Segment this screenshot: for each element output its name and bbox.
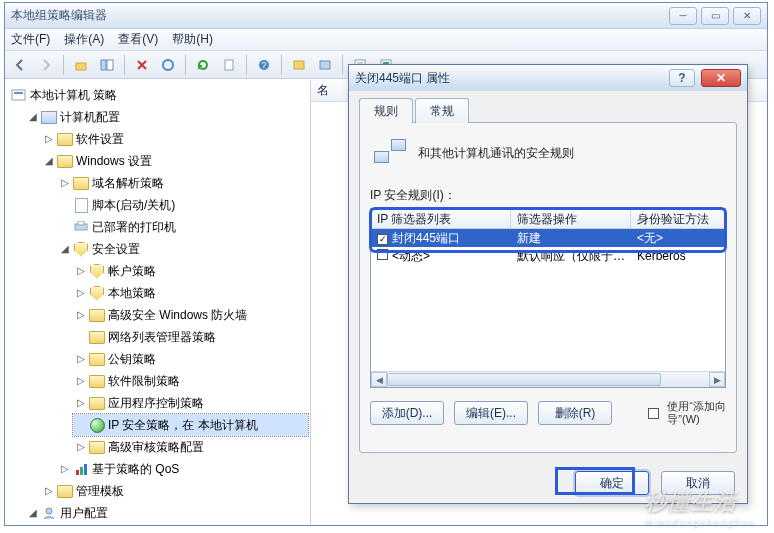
tree-label: 管理模板 — [76, 481, 124, 501]
tab-general[interactable]: 常规 — [415, 98, 469, 123]
expand-icon[interactable]: ▷ — [75, 442, 86, 453]
tree-label: IP 安全策略，在 本地计算机 — [108, 415, 258, 435]
properties-button[interactable] — [157, 54, 179, 76]
action-button-1[interactable] — [288, 54, 310, 76]
use-wizard-label: 使用“添加向 — [667, 400, 726, 413]
expand-icon[interactable]: ▷ — [59, 178, 70, 189]
expand-icon[interactable]: ▷ — [75, 376, 86, 387]
export-button[interactable] — [218, 54, 240, 76]
expand-icon[interactable]: ▷ — [75, 354, 86, 365]
menu-action[interactable]: 操作(A) — [64, 31, 104, 48]
expand-icon[interactable]: ▷ — [75, 310, 86, 321]
rules-row[interactable]: 封闭445端口 新建 <无> — [371, 229, 725, 247]
edit-button[interactable]: 编辑(E)... — [454, 401, 528, 425]
expand-icon[interactable]: ▷ — [59, 464, 70, 475]
tree-public-key[interactable]: ▷公钥策略 — [73, 348, 308, 370]
nav-back-button[interactable] — [9, 54, 31, 76]
col-filter-list[interactable]: IP 筛选器列表 — [371, 209, 511, 228]
menu-file[interactable]: 文件(F) — [11, 31, 50, 48]
tree-pane[interactable]: 本地计算机 策略 ◢ 计算机配置 ▷ 软件设置 — [5, 80, 311, 525]
folder-icon — [89, 308, 105, 322]
tree-windows-settings[interactable]: ◢ Windows 设置 — [41, 150, 308, 172]
close-button[interactable]: ✕ — [733, 7, 761, 25]
expand-icon[interactable]: ▷ — [43, 134, 54, 145]
delete-button[interactable] — [131, 54, 153, 76]
rules-listbox[interactable]: IP 筛选器列表 筛选器操作 身份验证方法 封闭445端口 新建 <无> <动态… — [370, 208, 726, 388]
add-button[interactable]: 添加(D)... — [370, 401, 444, 425]
col-filter-action[interactable]: 筛选器操作 — [511, 209, 631, 228]
tree-ip-security[interactable]: IP 安全策略，在 本地计算机 — [73, 414, 308, 436]
tree-label: Windows 设置 — [76, 151, 152, 171]
tree-account-policies[interactable]: ▷帐户策略 — [73, 260, 308, 282]
rules-list-header: IP 筛选器列表 筛选器操作 身份验证方法 — [371, 209, 725, 229]
refresh-button[interactable] — [192, 54, 214, 76]
tree-computer-config[interactable]: ◢ 计算机配置 — [25, 106, 308, 128]
tree-admin-templates[interactable]: ▷管理模板 — [41, 480, 308, 502]
show-hide-tree-button[interactable] — [96, 54, 118, 76]
dialog-help-button[interactable]: ? — [669, 69, 695, 87]
remove-button[interactable]: 删除(R) — [538, 401, 612, 425]
row-checkbox[interactable] — [377, 234, 388, 245]
tree-policy-qos[interactable]: ▷基于策略的 QoS — [57, 458, 308, 480]
tree-name-resolution[interactable]: ▷域名解析策略 — [57, 172, 308, 194]
tree-advanced-audit[interactable]: ▷高级审核策略配置 — [73, 436, 308, 458]
row-checkbox[interactable] — [377, 249, 388, 260]
rules-row[interactable]: <动态> 默认响应（仅限于… Kerberos — [371, 247, 725, 265]
scroll-thumb[interactable] — [387, 373, 661, 386]
cancel-button[interactable]: 取消 — [661, 471, 735, 495]
main-titlebar: 本地组策略编辑器 ─ ▭ ✕ — [5, 3, 767, 29]
tree-network-list-mgr[interactable]: 网络列表管理器策略 — [73, 326, 308, 348]
tree-user-software[interactable]: ▷软件设置 — [41, 524, 308, 525]
qos-icon — [73, 462, 89, 476]
menu-view[interactable]: 查看(V) — [118, 31, 158, 48]
tree-deployed-printers[interactable]: 已部署的打印机 — [57, 216, 308, 238]
tree-local-policies[interactable]: ▷本地策略 — [73, 282, 308, 304]
ok-button[interactable]: 确定 — [575, 471, 649, 495]
tree-root[interactable]: 本地计算机 策略 — [9, 84, 308, 106]
collapse-icon[interactable]: ◢ — [27, 112, 38, 123]
action-button-2[interactable] — [314, 54, 336, 76]
nav-forward-button[interactable] — [35, 54, 57, 76]
horizontal-scrollbar[interactable]: ◀ ▶ — [371, 371, 725, 387]
dialog-close-button[interactable]: ✕ — [701, 69, 741, 87]
tree-label: 应用程序控制策略 — [108, 393, 204, 413]
expand-icon[interactable]: ▷ — [75, 288, 86, 299]
computer-icon — [41, 110, 57, 124]
tab-rules[interactable]: 规则 — [359, 98, 413, 123]
tree-label: 网络列表管理器策略 — [108, 327, 216, 347]
collapse-icon[interactable]: ◢ — [43, 156, 54, 167]
scroll-left-icon[interactable]: ◀ — [371, 372, 387, 387]
help-button[interactable]: ? — [253, 54, 275, 76]
up-level-button[interactable] — [70, 54, 92, 76]
use-wizard-checkbox[interactable] — [648, 408, 659, 419]
tree-label: 脚本(启动/关机) — [92, 195, 175, 215]
tree-label: 帐户策略 — [108, 261, 156, 281]
tree-software-restrict[interactable]: ▷软件限制策略 — [73, 370, 308, 392]
minimize-button[interactable]: ─ — [669, 7, 697, 25]
dialog-tabs: 规则 常规 — [359, 99, 737, 123]
folder-icon — [89, 374, 105, 388]
expand-icon[interactable]: ▷ — [75, 398, 86, 409]
scroll-right-icon[interactable]: ▶ — [709, 372, 725, 387]
menu-help[interactable]: 帮助(H) — [172, 31, 213, 48]
maximize-button[interactable]: ▭ — [701, 7, 729, 25]
expand-icon[interactable]: ▷ — [43, 486, 54, 497]
folder-icon — [89, 396, 105, 410]
collapse-icon[interactable]: ◢ — [59, 244, 70, 255]
folder-icon — [89, 352, 105, 366]
tree-advanced-firewall[interactable]: ▷高级安全 Windows 防火墙 — [73, 304, 308, 326]
tree-software-settings[interactable]: ▷ 软件设置 — [41, 128, 308, 150]
tree-label: 高级审核策略配置 — [108, 437, 204, 457]
tree-security-settings[interactable]: ◢安全设置 — [57, 238, 308, 260]
expand-icon[interactable]: ▷ — [75, 266, 86, 277]
tree-app-control[interactable]: ▷应用程序控制策略 — [73, 392, 308, 414]
cell-filter-action: 新建 — [511, 229, 631, 248]
svg-rect-8 — [320, 61, 330, 69]
rules-description: 和其他计算机通讯的安全规则 — [418, 145, 574, 162]
tree-scripts[interactable]: 脚本(启动/关机) — [57, 194, 308, 216]
collapse-icon[interactable]: ◢ — [27, 508, 38, 519]
svg-text:?: ? — [261, 60, 266, 70]
col-auth-method[interactable]: 身份验证方法 — [631, 209, 725, 228]
tree-root-label: 本地计算机 策略 — [30, 85, 117, 105]
tree-user-config[interactable]: ◢用户配置 — [25, 502, 308, 524]
